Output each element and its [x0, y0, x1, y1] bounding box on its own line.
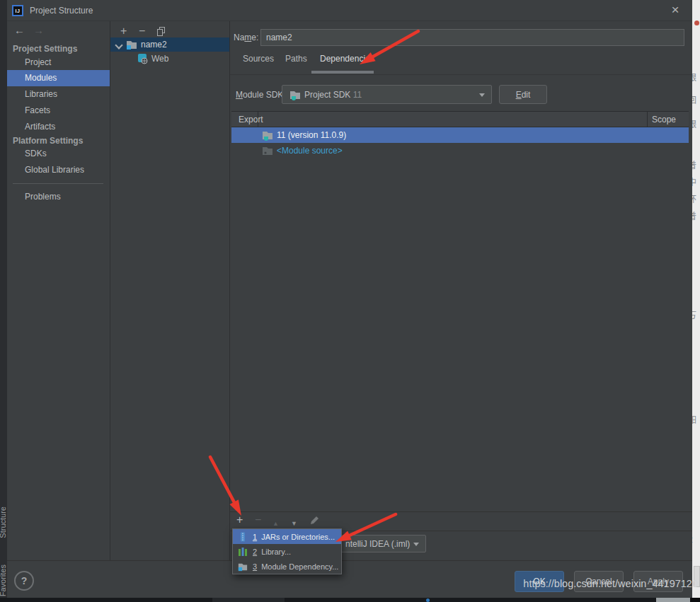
sidebar-item-problems[interactable]: Problems [7, 189, 110, 205]
tree-row-facet-web[interactable]: Web [110, 52, 229, 66]
sdk-version: 11 [353, 90, 362, 100]
menu-mnemonic: 3 [253, 562, 257, 571]
menu-item-jars-or-directories[interactable]: 1 JARs or Directories... [233, 529, 341, 544]
name-label: Name: [234, 33, 258, 42]
clipped-glyph: 普 [692, 209, 696, 221]
module-folder-icon [126, 39, 137, 50]
add-module-icon[interactable]: + [120, 25, 127, 37]
dialog-titlebar[interactable]: IJ Project Structure × [7, 0, 692, 21]
tree-row-module[interactable]: name2 [110, 37, 229, 52]
sdk-icon [262, 129, 273, 141]
clipped-glyph: 回 [692, 93, 696, 105]
clipped-glyph: 普 [692, 158, 696, 170]
ide-left-toolwindow-stripe: Structure Favorites [0, 0, 7, 598]
source-folder-icon [262, 145, 273, 156]
active-tab-underline [311, 71, 374, 74]
tab-dependencies[interactable]: Dependencies [320, 54, 374, 64]
sidebar-item-project[interactable]: Project [7, 54, 110, 71]
module-sdk-label: Module SDK: [236, 90, 286, 100]
taskbar-segment [690, 598, 700, 602]
close-icon[interactable]: × [667, 1, 684, 18]
taskbar-segment [212, 598, 285, 602]
combo-arrow-icon[interactable] [413, 543, 419, 546]
menu-item-label: Library... [261, 548, 291, 556]
clipped-glyph: 丂 [692, 308, 696, 320]
copy-module-icon[interactable] [157, 27, 166, 36]
clipped-glyph: 跟 [692, 117, 696, 129]
menu-mnemonic: 1 [253, 533, 257, 541]
dependency-row-sdk[interactable]: 11 (version 11.0.9) [231, 127, 689, 143]
tab-sources[interactable]: Sources [243, 54, 274, 64]
sidebar-item-artifacts[interactable]: Artifacts [7, 119, 110, 135]
combo-arrow-icon[interactable] [479, 93, 485, 97]
taskbar-segment [656, 598, 690, 602]
move-up-icon[interactable]: ▲ [272, 518, 279, 529]
sidebar-item-global-libraries[interactable]: Global Libraries [7, 162, 110, 178]
clipped-glyph: 环 [692, 192, 696, 204]
csdn-watermark: https://blog.csdn.net/weixin_44197120 [523, 578, 698, 589]
forward-arrow-icon[interactable]: → [33, 24, 44, 36]
module-editor-panel: Name: Sources Paths Dependencies Module … [230, 21, 692, 560]
settings-sidebar: ← → Project Settings Project Modules Lib… [7, 21, 110, 560]
sidebar-divider [13, 183, 103, 184]
menu-mnemonic: 2 [253, 548, 257, 556]
section-platform-settings: Platform Settings [13, 136, 83, 146]
dependencies-table-header: Export Scope [231, 111, 689, 127]
web-facet-icon [137, 53, 148, 64]
background-window-sliver: 跟 回 跟 普 中 环 普 丂 昍 2 [692, 0, 700, 598]
menu-item-library[interactable]: 2 Library... [233, 544, 341, 559]
dialog-title: Project Structure [30, 6, 93, 16]
sdk-icon [289, 89, 301, 100]
back-arrow-icon[interactable]: ← [14, 24, 25, 36]
project-structure-dialog: IJ Project Structure × ← → Project Setti… [7, 0, 692, 598]
jar-icon [238, 532, 248, 542]
tab-paths[interactable]: Paths [285, 54, 307, 64]
intellij-logo-icon: IJ [12, 5, 23, 16]
edit-pencil-icon[interactable] [309, 515, 320, 526]
structure-toolwindow-label[interactable]: Structure [0, 507, 7, 538]
module-name: name2 [141, 40, 167, 50]
sdk-value: Project SDK [304, 90, 350, 100]
remove-dependency-icon[interactable]: − [255, 514, 261, 526]
sidebar-item-libraries[interactable]: Libraries [7, 86, 110, 103]
clipped-glyph: 中 [692, 175, 696, 187]
taskbar-blue-dot [426, 598, 430, 602]
module-name-input[interactable] [260, 29, 684, 46]
project-structure-dialog-screen: Structure Favorites 跟 回 跟 普 中 环 普 丂 昍 2 … [0, 0, 700, 602]
menu-item-label: Module Dependency... [261, 562, 338, 571]
background-red-dot [694, 21, 699, 25]
module-sdk-combobox[interactable]: Project SDK 11 [282, 85, 492, 104]
chevron-down-icon[interactable] [116, 42, 122, 47]
column-separator[interactable] [647, 112, 648, 127]
column-scope: Scope [652, 115, 676, 125]
os-taskbar-sliver [0, 598, 700, 602]
module-folder-icon [238, 562, 248, 572]
sidebar-item-facets[interactable]: Facets [7, 103, 110, 119]
column-export: Export [239, 115, 263, 125]
table-bottom-border [230, 511, 692, 512]
sidebar-item-sdks[interactable]: SDKs [7, 146, 110, 162]
menu-item-label: JARs or Directories... [261, 533, 335, 541]
storage-format-value: ntelliJ IDEA (.iml) [345, 539, 410, 549]
tab-pane-border [230, 74, 692, 75]
clipped-glyph: 跟 [692, 71, 696, 83]
library-icon [238, 547, 248, 557]
section-project-settings: Project Settings [13, 44, 77, 54]
edit-sdk-button[interactable]: Edit [499, 85, 547, 104]
column-separator[interactable] [258, 112, 258, 127]
dependency-row-module-source[interactable]: <Module source> [231, 143, 689, 158]
add-dependency-popup-menu: 1 JARs or Directories... 2 Library... 3 … [232, 528, 342, 574]
clipped-glyph: 昍 [692, 413, 696, 425]
dependency-label: <Module source> [277, 146, 343, 156]
modules-tree-panel: + − name2 Web [110, 21, 230, 560]
menu-item-module-dependency[interactable]: 3 Module Dependency... [233, 559, 341, 574]
add-dependency-icon[interactable]: + [236, 514, 243, 526]
facet-name: Web [151, 54, 168, 64]
help-button[interactable]: ? [14, 571, 34, 591]
sidebar-item-modules[interactable]: Modules [7, 70, 110, 86]
favorites-toolwindow-label[interactable]: Favorites [0, 565, 7, 596]
dependency-label: 11 (version 11.0.9) [277, 130, 346, 140]
remove-module-icon[interactable]: − [139, 25, 145, 37]
clipped-glyph: 2 [692, 535, 693, 545]
move-down-icon[interactable]: ▼ [291, 518, 297, 529]
